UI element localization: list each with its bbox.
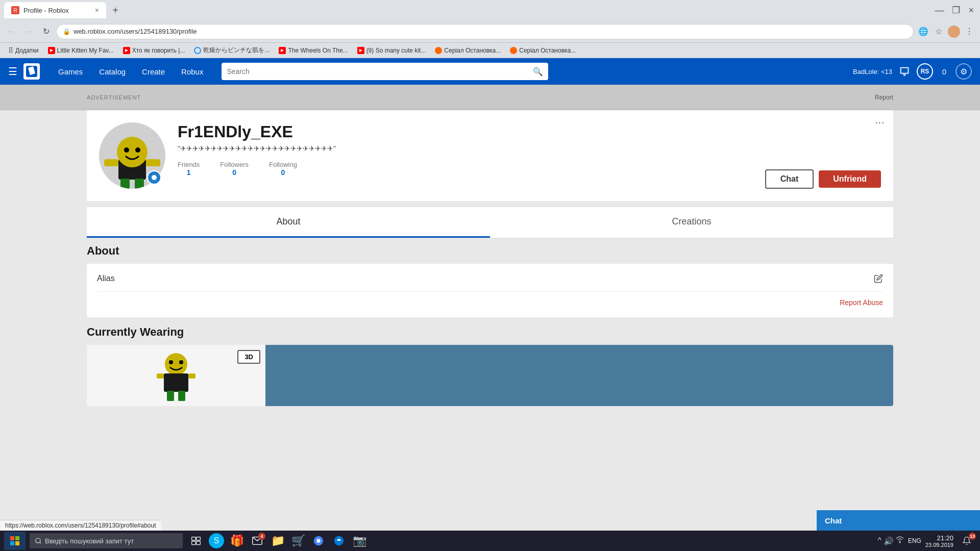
bookmark-3-label: 乾燥からピンチな肌を... [203,46,270,55]
lang-indicator: ENG [908,537,921,544]
taskbar-search[interactable]: Введіть пошуковий запит тут [30,533,183,548]
profile-info: Fr1ENDly_EXE "✈✈✈✈✈✈✈✈✈✈✈✈✈✈✈✈✈✈✈✈✈✈✈✈✈"… [178,122,753,177]
minimize-btn[interactable]: — [933,3,946,18]
bookmark-7[interactable]: Серіал Остановка... [506,46,580,55]
profile-icon[interactable] [947,25,961,38]
lock-icon: 🔒 [63,28,70,35]
followers-label: Followers [220,161,249,168]
tray-up-icon[interactable]: ^ [877,536,881,545]
task-view-btn[interactable] [187,532,205,550]
hamburger-menu-btn[interactable]: ☰ [8,65,17,78]
wifi-icon[interactable] [896,536,904,546]
new-tab-btn[interactable]: + [108,3,122,17]
report-abuse-link[interactable]: Report Abuse [840,298,883,307]
url-status-text: https://web.roblox.com/users/1254189130/… [5,522,156,529]
search-input[interactable] [227,67,529,76]
nav-username: BadLole: <13 [853,68,892,76]
youtube-icon-4: ▶ [357,47,364,54]
search-icon[interactable]: 🔍 [533,67,543,77]
online-badge [147,170,161,185]
gift-btn[interactable]: 🎁 [228,532,246,550]
mail-btn[interactable]: 4 [248,532,266,550]
report-link[interactable]: Report [875,94,893,101]
shopping-btn[interactable]: 🛒 [289,532,307,550]
maximize-btn[interactable]: ❐ [950,3,962,18]
followers-value[interactable]: 0 [220,168,249,177]
notification-btn[interactable]: 13 [958,532,976,550]
unfriend-button[interactable]: Unfriend [819,170,881,188]
start-button[interactable] [4,532,26,550]
tab-about[interactable]: About [87,207,490,238]
svg-rect-7 [146,159,160,166]
friends-value[interactable]: 1 [178,168,200,177]
bookmark-apps[interactable]: ⠿ Додатки [4,45,43,56]
tab-close-btn[interactable]: × [95,6,99,14]
fox-icon-2 [510,47,517,54]
roblox-logo[interactable] [23,63,40,80]
fox-icon [435,47,442,54]
notifications-btn[interactable]: 0 [937,64,951,79]
back-btn[interactable]: ← [4,24,18,39]
svg-rect-6 [104,159,118,166]
bookmark-star-icon[interactable]: ☆ [932,25,945,38]
bookmark-4-label: The Wheels On The... [288,47,348,54]
chat-popup-label: Chat [825,516,842,525]
translate-icon[interactable]: 🌐 [917,25,930,38]
bookmark-6-label: Серіал Остановка... [444,47,501,54]
more-options-btn[interactable]: ··· [875,118,885,128]
window-controls: — ❐ × [933,3,976,18]
bookmark-2-label: Хто як говорить |... [132,47,185,54]
address-bar[interactable]: 🔒 web.roblox.com/users/1254189130/profil… [56,24,914,39]
stat-friends: Friends 1 [178,161,200,177]
svg-point-11 [165,353,187,375]
volume-icon[interactable]: 🔊 [884,536,894,546]
forward-btn[interactable]: → [21,24,36,39]
bookmark-4[interactable]: ▶ The Wheels On The... [275,46,352,55]
bookmark-1[interactable]: ▶ Little Kitten My Fav... [44,46,118,55]
chat-popup[interactable]: Chat [817,510,980,531]
bookmark-2[interactable]: ▶ Хто як говорить |... [119,46,189,55]
profile-card: Fr1ENDly_EXE "✈✈✈✈✈✈✈✈✈✈✈✈✈✈✈✈✈✈✈✈✈✈✈✈✈"… [87,110,893,201]
search-bar[interactable]: 🔍 [222,63,548,80]
globe-icon [194,47,201,54]
edge-btn[interactable] [330,532,348,550]
bookmark-5[interactable]: ▶ (9) So many cute kit... [353,46,430,55]
chrome-btn[interactable] [309,532,328,550]
svg-rect-9 [135,179,144,189]
roblox-navbar: ☰ Games Catalog Create Robux 🔍 BadLole: … [0,58,980,85]
clock: 21:20 23.09.2019 [925,534,953,548]
bookmark-6[interactable]: Серіал Остановка... [431,46,505,55]
menu-icon[interactable]: ⋮ [963,25,976,38]
svg-point-31 [899,542,900,543]
robux-icon-btn[interactable]: RS [917,63,933,80]
svg-rect-27 [197,541,201,545]
skype-btn[interactable]: S [207,532,226,550]
refresh-btn[interactable]: ↻ [39,24,53,39]
advertisement-bar: ADVERTISEMENT Report [0,85,980,110]
svg-rect-19 [10,536,14,540]
bookmark-3[interactable]: 乾燥からピンチな肌を... [190,45,274,56]
svg-rect-17 [167,391,174,401]
3d-view-btn[interactable]: 3D [237,350,260,364]
youtube-icon: ▶ [48,47,55,54]
browser-tab[interactable]: R Profile - Roblox × [4,2,106,18]
tab-creations[interactable]: Creations [490,207,893,238]
nav-games[interactable]: Games [50,58,91,85]
nav-create[interactable]: Create [134,58,173,85]
following-value[interactable]: 0 [269,168,297,177]
clock-time: 21:20 [925,534,953,542]
taskbar-icons: S 🎁 4 📁 🛒 📷 [187,532,369,550]
notification-count: 13 [969,533,976,540]
youtube-icon-2: ▶ [123,47,130,54]
camera-btn[interactable]: 📷 [350,532,369,550]
nav-robux[interactable]: Robux [173,58,211,85]
chat-button[interactable]: Chat [765,169,814,189]
file-manager-btn[interactable]: 📁 [268,532,287,550]
nav-catalog[interactable]: Catalog [91,58,134,85]
chat-icon-btn[interactable] [896,63,913,80]
close-window-btn[interactable]: × [966,3,976,18]
profile-avatar-wrap [99,122,165,189]
clock-date: 23.09.2019 [925,542,953,548]
edit-icon[interactable] [874,274,883,286]
settings-btn[interactable]: ⚙ [955,63,972,80]
